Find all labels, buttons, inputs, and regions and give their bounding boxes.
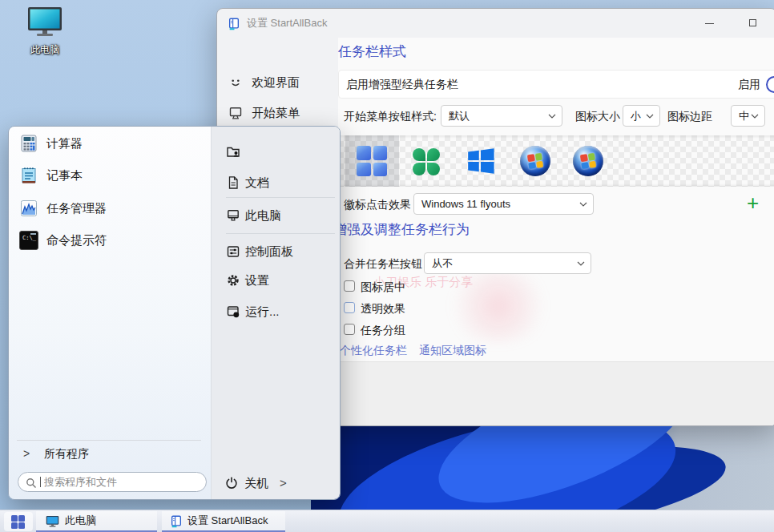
checkbox-label: 图标居中	[361, 278, 405, 296]
dropdown-value: 默认	[449, 110, 470, 122]
chevron-down-icon	[579, 202, 587, 207]
windows-11-logo-option[interactable]	[357, 146, 387, 176]
windows-vista-orb-option[interactable]	[573, 146, 603, 176]
taskbar-button-label: 设置 StartAllBack	[187, 511, 268, 530]
icon-margin-dropdown[interactable]: 中	[731, 105, 765, 127]
menu-item-label: 命令提示符	[46, 225, 107, 256]
sidebar-item-label: 开始菜单	[252, 100, 300, 126]
document-icon	[226, 175, 240, 193]
sidebar-item-start-menu[interactable]: 开始菜单	[222, 100, 333, 126]
smiley-icon	[228, 75, 243, 92]
notification-area-icons-link[interactable]: 通知区域图标	[419, 342, 486, 358]
enable-toggle[interactable]	[766, 76, 774, 93]
start-button-style-row: 开始菜单按钮样式: 默认 图标大小 小 图标边距 中	[338, 105, 774, 127]
windows-10-logo-option[interactable]	[466, 146, 496, 176]
shutdown-button[interactable]: 关机 >	[211, 469, 341, 498]
desktop-icon-label: 此电脑	[11, 43, 79, 57]
run-icon	[226, 304, 240, 322]
cmd-titlebar-detail	[30, 233, 36, 235]
menu-item-task-manager[interactable]: 任务管理器	[9, 193, 211, 224]
add-button[interactable]: +	[747, 191, 759, 214]
gear-icon	[226, 273, 240, 291]
computer-icon	[46, 515, 59, 530]
start-button-style-picker	[338, 135, 774, 187]
menu-item-notepad[interactable]: 记事本	[9, 160, 211, 191]
menu-item-documents[interactable]: 文档	[211, 168, 341, 197]
icon-margin-label: 图标边距	[667, 105, 712, 127]
logo-click-effect-row: 徽标点击效果 Windows 11 flyouts +	[338, 193, 774, 216]
menu-item-run[interactable]: 运行...	[211, 297, 341, 326]
start-button[interactable]	[4, 512, 33, 531]
section-title-behavior: 增强及调整任务栏行为	[333, 220, 470, 239]
checkbox-label: 透明效果	[361, 300, 405, 317]
combine-buttons-dropdown[interactable]: 从不	[424, 252, 591, 274]
transparency-checkbox[interactable]	[344, 302, 355, 313]
start-menu-left-column: 计算器 记事本	[9, 127, 211, 499]
taskbar-button-label: 此电脑	[65, 511, 96, 530]
chevron-down-icon	[577, 261, 585, 266]
shutdown-label: 关机	[244, 469, 268, 498]
startallback-clover-option[interactable]	[411, 147, 440, 175]
chevron-right-icon: >	[23, 444, 30, 463]
maximize-button[interactable]	[735, 9, 771, 38]
menu-item-label: 计算器	[46, 128, 83, 159]
enable-classic-taskbar-row: 启用增强型经典任务栏 启用	[338, 70, 774, 99]
all-programs-button[interactable]: > 所有程序	[9, 444, 211, 463]
sidebar-item-welcome[interactable]: 欢迎界面	[222, 70, 333, 95]
minimize-button[interactable]	[691, 9, 728, 38]
checkbox-row-transparency: 透明效果	[338, 300, 578, 317]
windows-flag-icon	[527, 153, 543, 169]
enable-classic-taskbar-label: 启用增强型经典任务栏	[346, 71, 458, 98]
desktop-icon-this-pc[interactable]: 此电脑	[11, 6, 79, 57]
menu-item-this-pc[interactable]: 此电脑	[211, 201, 341, 230]
chevron-down-icon	[548, 114, 556, 119]
clover-logo-icon	[413, 148, 440, 175]
menu-item-label: 任务管理器	[46, 193, 107, 224]
windows-11-logo-icon	[357, 146, 387, 176]
taskbar-button-startallback[interactable]: 设置 StartAllBack	[162, 511, 285, 532]
calculator-icon	[19, 134, 38, 156]
windows-7-orb-option[interactable]	[520, 146, 550, 176]
checkbox-row-task-grouping: 任务分组	[338, 321, 578, 339]
windows-flag-icon	[580, 153, 596, 169]
control-panel-icon	[226, 244, 240, 262]
search-icon	[26, 478, 37, 492]
menu-divider	[226, 233, 335, 234]
user-folder-icon	[226, 144, 240, 162]
section-title-taskbar-style: 任务栏样式	[338, 42, 406, 61]
icon-size-label: 图标大小	[575, 105, 620, 127]
menu-item-control-panel[interactable]: 控制面板	[211, 237, 341, 266]
task-grouping-checkbox[interactable]	[344, 324, 355, 335]
chevron-down-icon	[646, 114, 654, 119]
dropdown-value: 小	[631, 110, 641, 122]
all-programs-label: 所有程序	[44, 444, 89, 463]
maximize-icon	[749, 19, 756, 26]
icon-size-dropdown[interactable]: 小	[623, 105, 660, 127]
task-manager-icon	[19, 199, 38, 221]
checkbox-row-center-icons: 图标居中	[338, 278, 578, 296]
menu-divider	[226, 197, 335, 198]
menu-item-label: 控制面板	[245, 237, 293, 266]
menu-item-label: 运行...	[245, 297, 280, 326]
menu-item-user-folder[interactable]	[211, 137, 341, 166]
personalize-taskbar-link[interactable]: 个性化任务栏	[340, 342, 407, 358]
start-button-style-dropdown[interactable]: 默认	[441, 105, 562, 127]
search-input[interactable]	[44, 474, 201, 490]
menu-item-command-prompt[interactable]: C:\_ 命令提示符	[9, 225, 211, 256]
center-icons-checkbox[interactable]	[344, 280, 355, 292]
menu-item-settings[interactable]: 设置	[211, 266, 341, 295]
menu-divider	[17, 440, 201, 441]
content-footer	[338, 362, 774, 426]
taskbar-button-this-pc[interactable]: 此电脑	[36, 511, 157, 532]
logo-click-effect-dropdown[interactable]: Windows 11 flyouts	[413, 193, 594, 215]
combine-buttons-label: 合并任务栏按钮	[344, 252, 422, 275]
menu-item-calculator[interactable]: 计算器	[9, 128, 211, 159]
start-button-style-label: 开始菜单按钮样式:	[344, 105, 437, 127]
taskbar: 此电脑 设置 StartAllBack	[0, 510, 774, 532]
settings-content: 小刀娱乐 乐于分享 任务栏样式 启用增强型经典任务栏 启用 开始菜单按钮样式: …	[338, 38, 774, 426]
dropdown-value: Windows 11 flyouts	[421, 198, 510, 210]
notepad-icon	[19, 166, 38, 188]
monitor-icon	[228, 106, 243, 123]
toggle-state-label: 启用	[738, 71, 760, 98]
search-box[interactable]	[18, 472, 207, 492]
